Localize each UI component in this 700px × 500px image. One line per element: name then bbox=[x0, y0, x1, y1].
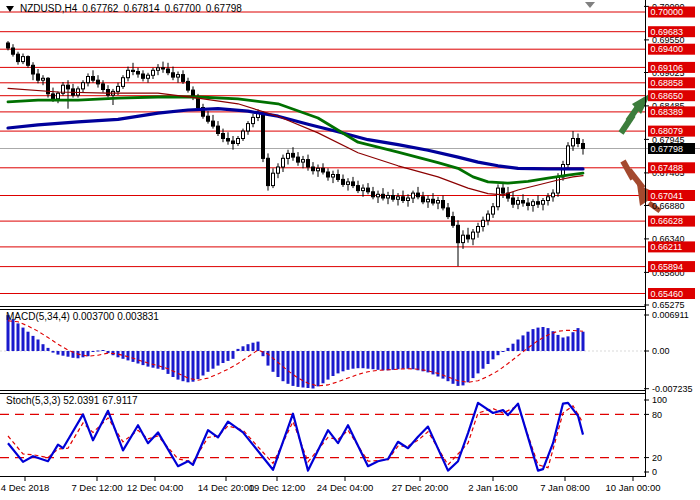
macd-axis[interactable]: 0.0069110.00-0.007235 bbox=[644, 310, 693, 394]
svg-text:0.67041: 0.67041 bbox=[651, 191, 684, 201]
chart-title: NZDUSD,H4 0.67762 0.67814 0.67700 0.6779… bbox=[6, 3, 247, 14]
ohlc-open: 0.67762 bbox=[82, 3, 118, 14]
svg-text:0: 0 bbox=[652, 467, 657, 477]
ohlc-high: 0.67814 bbox=[123, 3, 159, 14]
macd-indicator-label: MACD(5,34,4) 0.003700 0.003831 bbox=[6, 311, 159, 322]
svg-text:20: 20 bbox=[652, 453, 662, 463]
symbol-timeframe-label: NZDUSD,H4 bbox=[20, 3, 77, 14]
price-level-lines bbox=[0, 12, 645, 294]
svg-text:2 Jan 16:00: 2 Jan 16:00 bbox=[468, 482, 518, 493]
stoch-k-line bbox=[8, 403, 583, 471]
svg-text:0.65275: 0.65275 bbox=[652, 300, 685, 310]
macd-histogram bbox=[7, 315, 585, 388]
svg-text:-0.007235: -0.007235 bbox=[652, 384, 693, 394]
svg-text:80: 80 bbox=[652, 410, 662, 420]
mt4-chart-window: 0.700900.695500.690250.684850.679450.674… bbox=[0, 0, 700, 500]
svg-text:19 Dec 12:00: 19 Dec 12:00 bbox=[249, 482, 306, 493]
svg-text:4 Dec 2018: 4 Dec 2018 bbox=[1, 482, 50, 493]
chart-shift-marker-icon[interactable] bbox=[585, 2, 595, 8]
time-axis[interactable]: 4 Dec 20187 Dec 12:0012 Dec 04:0014 Dec … bbox=[1, 477, 661, 493]
svg-text:100: 100 bbox=[652, 395, 667, 405]
ma-mid-green bbox=[8, 97, 583, 183]
ohlc-low: 0.67700 bbox=[165, 3, 201, 14]
svg-text:0.69400: 0.69400 bbox=[651, 44, 684, 54]
candles bbox=[7, 41, 585, 266]
svg-text:0.66880: 0.66880 bbox=[652, 201, 685, 211]
svg-text:0.68079: 0.68079 bbox=[651, 126, 684, 136]
svg-text:0.69683: 0.69683 bbox=[651, 27, 684, 37]
svg-text:0.68858: 0.68858 bbox=[651, 78, 684, 88]
svg-text:27 Dec 20:00: 27 Dec 20:00 bbox=[392, 482, 449, 493]
chart-canvas[interactable]: 0.700900.695500.690250.684850.679450.674… bbox=[0, 0, 700, 500]
stoch-axis[interactable]: 10080200 bbox=[644, 395, 667, 477]
svg-text:0.69106: 0.69106 bbox=[651, 63, 684, 73]
price-axis[interactable]: 0.700900.695500.690250.684850.679450.674… bbox=[644, 2, 695, 311]
svg-text:0.66211: 0.66211 bbox=[651, 242, 683, 252]
symbol-dropdown-icon[interactable] bbox=[6, 6, 14, 12]
svg-text:0.70000: 0.70000 bbox=[651, 7, 684, 17]
svg-text:14 Dec 20:00: 14 Dec 20:00 bbox=[198, 482, 255, 493]
trend-arrow-up-icon[interactable] bbox=[621, 93, 651, 133]
svg-text:24 Dec 04:00: 24 Dec 04:00 bbox=[317, 482, 374, 493]
svg-text:0.68650: 0.68650 bbox=[651, 91, 684, 101]
svg-text:0.66628: 0.66628 bbox=[651, 216, 684, 226]
ma-fast-maroon bbox=[8, 88, 583, 195]
svg-text:0.00: 0.00 bbox=[652, 346, 670, 356]
svg-text:0.68389: 0.68389 bbox=[651, 107, 684, 117]
svg-text:12 Dec 04:00: 12 Dec 04:00 bbox=[127, 482, 184, 493]
svg-text:0.65460: 0.65460 bbox=[651, 289, 684, 299]
svg-text:7 Jan 08:00: 7 Jan 08:00 bbox=[540, 482, 590, 493]
stoch-indicator-label: Stoch(5,3,3) 52.0391 67.9117 bbox=[6, 395, 138, 406]
stoch-level-lines bbox=[0, 414, 645, 457]
svg-text:0.65894: 0.65894 bbox=[651, 262, 684, 272]
svg-text:10 Jan 00:00: 10 Jan 00:00 bbox=[606, 482, 661, 493]
svg-text:0.67798: 0.67798 bbox=[651, 144, 684, 154]
svg-text:0.67488: 0.67488 bbox=[651, 163, 684, 173]
svg-text:0.006911: 0.006911 bbox=[652, 310, 689, 320]
svg-text:7 Dec 12:00: 7 Dec 12:00 bbox=[71, 482, 122, 493]
ohlc-close: 0.67798 bbox=[206, 3, 242, 14]
ma-slow-blue bbox=[8, 109, 583, 169]
